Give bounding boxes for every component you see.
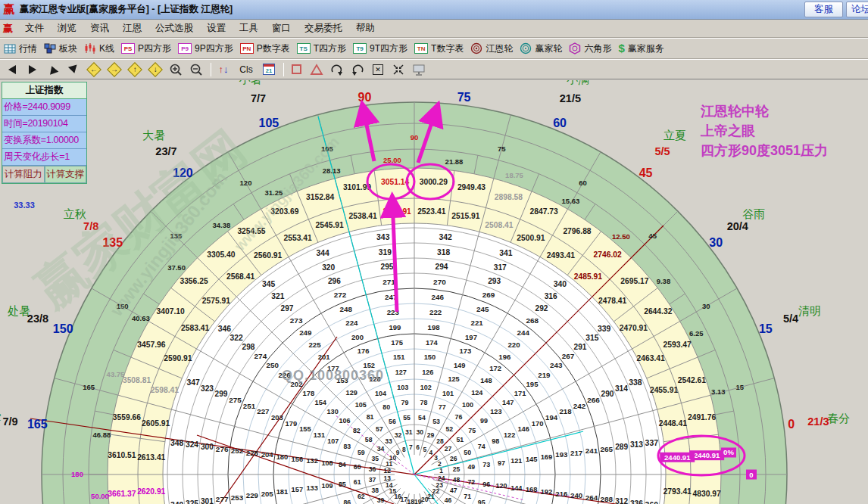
svg-text:338: 338 xyxy=(629,378,642,387)
toolbar-item-label: 六角形 xyxy=(584,42,611,55)
toolbar-p-square[interactable]: PSP四方形 xyxy=(121,42,171,55)
rotate-cw-icon[interactable] xyxy=(329,62,345,77)
svg-text:181: 181 xyxy=(276,487,289,496)
calc-support-button[interactable]: 计算支撑 xyxy=(45,166,87,183)
toolbar-item-label: P四方形 xyxy=(138,42,171,55)
menu-news[interactable]: 资讯 xyxy=(83,20,116,36)
svg-text:2: 2 xyxy=(438,460,442,468)
toolbar-item-label: 江恩轮 xyxy=(486,42,513,55)
move-left-icon[interactable]: ← xyxy=(86,62,101,77)
svg-text:241: 241 xyxy=(585,446,598,455)
svg-text:3457.96: 3457.96 xyxy=(137,341,165,349)
toolbar-gann-wheel[interactable]: 江恩轮 xyxy=(470,42,513,55)
svg-text:249: 249 xyxy=(299,328,312,337)
svg-text:50: 50 xyxy=(464,449,471,456)
presentation-icon[interactable] xyxy=(411,62,426,77)
back-icon[interactable] xyxy=(5,62,20,77)
svg-text:2793.41: 2793.41 xyxy=(663,487,692,496)
child-window-icon[interactable]: 赢 xyxy=(3,22,18,36)
menu-tools[interactable]: 工具 xyxy=(233,20,265,36)
dollar-icon: $ xyxy=(618,43,624,54)
svg-text:27: 27 xyxy=(445,445,452,453)
toolbar-p-table[interactable]: PNP数字表 xyxy=(240,42,290,55)
svg-text:23/8: 23/8 xyxy=(27,313,48,325)
svg-text:37.50: 37.50 xyxy=(167,263,186,272)
svg-text:318: 318 xyxy=(437,248,450,257)
toolbar-9t-square[interactable]: T99T四方形 xyxy=(353,42,407,55)
svg-text:73: 73 xyxy=(482,461,490,468)
svg-text:24: 24 xyxy=(438,474,445,482)
svg-text:82: 82 xyxy=(353,427,361,434)
up-icon[interactable] xyxy=(45,62,61,77)
toolbar-9p-square[interactable]: P99P四方形 xyxy=(178,42,233,55)
svg-text:25: 25 xyxy=(453,465,461,473)
svg-text:4: 4 xyxy=(429,449,433,456)
menu-help[interactable]: 帮助 xyxy=(349,20,382,36)
gann-wheel-chart-area[interactable]: 1234567891011121314151617181920212223242… xyxy=(0,80,868,504)
svg-text:36: 36 xyxy=(369,465,376,473)
toolbar-sectors[interactable]: 板块 xyxy=(44,42,77,55)
svg-text:100: 100 xyxy=(462,401,473,409)
down-icon[interactable] xyxy=(66,62,81,77)
target-icon xyxy=(470,42,482,54)
cls-button[interactable]: Cls xyxy=(236,62,256,77)
menu-stock-picker[interactable]: 公式选股 xyxy=(148,20,200,36)
svg-text:244: 244 xyxy=(517,328,529,337)
menu-window[interactable]: 窗口 xyxy=(265,20,298,36)
menu-trade[interactable]: 交易委托 xyxy=(298,20,349,36)
svg-text:8: 8 xyxy=(402,446,406,453)
calc-resistance-button[interactable]: 计算阻力 xyxy=(2,166,45,183)
menu-file[interactable]: 文件 xyxy=(18,20,51,36)
price-field: 价格=2440.9099 xyxy=(2,99,86,116)
window-title: 赢家江恩专业版[赢家服务平台] - [上证指数 江恩轮] xyxy=(20,3,801,16)
svg-text:313: 313 xyxy=(630,440,643,449)
menu-gann[interactable]: 江恩 xyxy=(116,20,148,36)
svg-text:47: 47 xyxy=(450,487,457,494)
toolbar-kline[interactable]: K线 xyxy=(84,42,114,55)
rectangle-tool-icon[interactable] xyxy=(289,62,304,77)
svg-text:298: 298 xyxy=(242,343,255,351)
move-down-icon[interactable]: ↓ xyxy=(148,62,163,77)
toolbar-t-table[interactable]: TNT数字表 xyxy=(414,42,464,55)
svg-text:270: 270 xyxy=(433,278,446,286)
svg-text:315: 315 xyxy=(585,334,598,342)
svg-text:245: 245 xyxy=(476,305,489,313)
menu-settings[interactable]: 设置 xyxy=(200,20,233,36)
toolbar-t-square[interactable]: TST四方形 xyxy=(297,42,346,55)
svg-text:59: 59 xyxy=(358,449,365,456)
delete-box-icon[interactable]: ✕ xyxy=(370,62,386,77)
svg-text:275: 275 xyxy=(229,396,242,404)
svg-text:325: 325 xyxy=(186,499,198,504)
toolbar-item-label: 9T四方形 xyxy=(370,42,407,55)
calendar-icon[interactable]: 21 xyxy=(261,62,276,77)
forum-button[interactable]: 论坛 xyxy=(846,2,868,17)
svg-text:289: 289 xyxy=(615,443,628,451)
svg-text:107: 107 xyxy=(327,437,339,445)
svg-text:2796.88: 2796.88 xyxy=(563,227,591,235)
center-arrows-icon[interactable] xyxy=(391,62,406,77)
gann-wheel-canvas[interactable]: 1234567891011121314151617181920212223242… xyxy=(0,80,868,504)
zoom-out-icon[interactable] xyxy=(189,62,204,77)
forward-icon[interactable] xyxy=(25,62,40,77)
svg-text:15: 15 xyxy=(736,383,745,391)
toolbar-hexagon[interactable]: 六角形 xyxy=(569,42,611,55)
svg-text:155: 155 xyxy=(299,425,311,433)
toolbar-quotes[interactable]: 行情 xyxy=(4,42,37,55)
svg-text:172: 172 xyxy=(489,364,501,372)
svg-text:2568.41: 2568.41 xyxy=(226,272,254,281)
toolbar-winner-wheel[interactable]: 赢家轮 xyxy=(520,42,562,55)
svg-text:242: 242 xyxy=(573,402,586,410)
svg-text:103: 103 xyxy=(397,384,408,391)
svg-text:30: 30 xyxy=(417,428,424,436)
zoom-in-icon[interactable] xyxy=(168,62,183,77)
triangle-tool-icon[interactable] xyxy=(309,62,324,77)
svg-text:2448.41: 2448.41 xyxy=(659,419,687,428)
move-right-icon[interactable]: → xyxy=(107,62,122,77)
rotate-ccw-icon[interactable] xyxy=(350,62,365,77)
customer-service-button[interactable]: 客服 xyxy=(804,2,843,17)
menu-browse[interactable]: 浏览 xyxy=(51,20,83,36)
move-up-icon[interactable]: ↑ xyxy=(127,62,142,77)
updown-arrows-icon[interactable]: ↑↓ xyxy=(216,62,231,77)
toolbar-winner-service[interactable]: $赢家服务 xyxy=(618,42,663,55)
svg-text:153: 153 xyxy=(336,377,348,384)
